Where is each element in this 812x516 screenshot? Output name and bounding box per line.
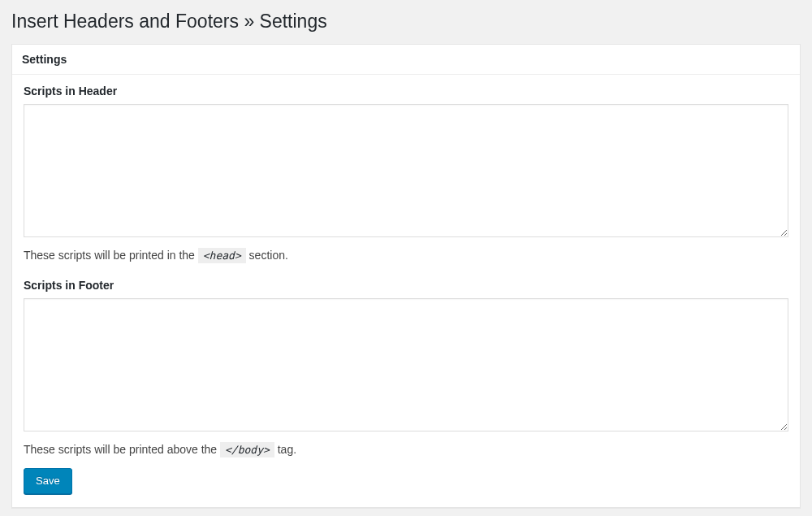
header-description-suffix: section. — [246, 249, 288, 262]
footer-description-suffix: tag. — [274, 443, 296, 456]
header-description-code: <head> — [198, 248, 246, 263]
footer-description-prefix: These scripts will be printed above the — [24, 443, 220, 456]
footer-scripts-group: Scripts in Footer These scripts will be … — [24, 279, 788, 458]
page-title-prefix: Insert Headers and Footers — [11, 11, 239, 32]
save-button[interactable]: Save — [24, 468, 72, 494]
page-title-suffix: Settings — [260, 11, 327, 32]
settings-panel: Settings Scripts in Header These scripts… — [11, 44, 801, 508]
footer-scripts-textarea[interactable] — [24, 298, 788, 431]
settings-panel-header: Settings — [12, 45, 800, 75]
header-scripts-textarea[interactable] — [24, 104, 788, 237]
header-scripts-label: Scripts in Header — [24, 85, 788, 98]
header-scripts-group: Scripts in Header These scripts will be … — [24, 85, 788, 264]
header-scripts-description: These scripts will be printed in the <he… — [24, 247, 788, 264]
settings-panel-heading: Settings — [22, 53, 790, 66]
settings-panel-body: Scripts in Header These scripts will be … — [12, 75, 800, 507]
page-title-separator: » — [244, 11, 254, 32]
footer-scripts-label: Scripts in Footer — [24, 279, 788, 292]
header-description-prefix: These scripts will be printed in the — [24, 249, 198, 262]
page-title: Insert Headers and Footers » Settings — [0, 0, 812, 44]
footer-description-code: </body> — [220, 442, 274, 457]
footer-scripts-description: These scripts will be printed above the … — [24, 441, 788, 458]
